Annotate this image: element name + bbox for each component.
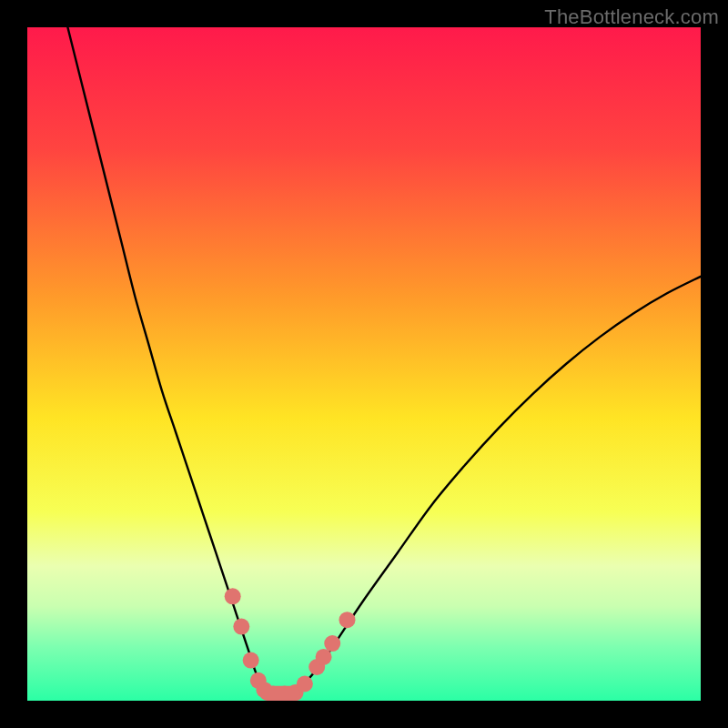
marker-dot bbox=[316, 649, 332, 665]
marker-dot bbox=[243, 652, 259, 669]
marker-dot bbox=[324, 635, 340, 652]
plot-area bbox=[27, 27, 701, 701]
marker-dot bbox=[233, 619, 249, 635]
marker-dot bbox=[225, 588, 241, 604]
marker-dot bbox=[339, 612, 356, 628]
bottleneck-chart bbox=[27, 27, 701, 701]
watermark-text: TheBottleneck.com bbox=[544, 5, 719, 29]
chart-frame: TheBottleneck.com bbox=[0, 0, 728, 728]
bottom-bar bbox=[259, 686, 299, 701]
